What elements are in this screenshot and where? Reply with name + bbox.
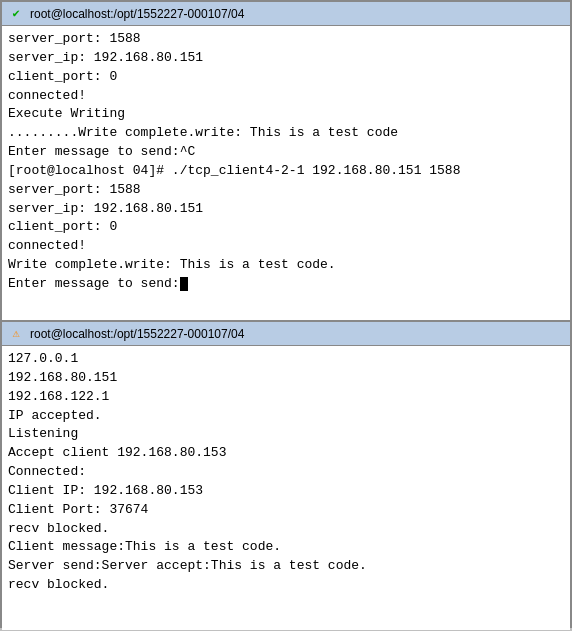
terminal-line: server_ip: 192.168.80.151 [8,200,564,219]
terminal-line: Connected: [8,463,564,482]
terminal-line: .........Write complete.write: This is a… [8,124,564,143]
check-icon: ✔ [8,6,24,22]
terminal-line: Client Port: 37674 [8,501,564,520]
terminal-line: client_port: 0 [8,218,564,237]
terminal-line: Write complete.write: This is a test cod… [8,256,564,275]
title-bar-top: ✔ root@localhost:/opt/1552227-000107/04 [2,2,570,26]
cursor [180,277,188,291]
terminal-body-bottom[interactable]: 127.0.0.1192.168.80.151192.168.122.1IP a… [2,346,570,630]
terminal-line: IP accepted. [8,407,564,426]
terminal-line: 192.168.122.1 [8,388,564,407]
terminal-line: connected! [8,87,564,106]
warning-icon: ⚠ [8,326,24,342]
title-bar-bottom: ⚠ root@localhost:/opt/1552227-000107/04 [2,322,570,346]
terminal-line: Execute Writing [8,105,564,124]
terminal-line: server_port: 1588 [8,181,564,200]
terminal-line: client_port: 0 [8,68,564,87]
terminal-line: recv blocked. [8,576,564,595]
title-text-bottom: root@localhost:/opt/1552227-000107/04 [30,327,244,341]
terminal-line: [root@localhost 04]# ./tcp_client4-2-1 1… [8,162,564,181]
terminal-line: Enter message to send:^C [8,143,564,162]
terminal-line: Server send:Server accept:This is a test… [8,557,564,576]
terminal-line: server_ip: 192.168.80.151 [8,49,564,68]
terminal-line: connected! [8,237,564,256]
terminal-line: Listening [8,425,564,444]
terminal-line: Enter message to send: [8,275,564,294]
terminal-line: recv blocked. [8,520,564,539]
terminal-line: 127.0.0.1 [8,350,564,369]
terminal-window-top: ✔ root@localhost:/opt/1552227-000107/04 … [0,0,572,320]
terminal-line: server_port: 1588 [8,30,564,49]
terminal-window-bottom: ⚠ root@localhost:/opt/1552227-000107/04 … [0,320,572,628]
terminal-line: 192.168.80.151 [8,369,564,388]
title-text-top: root@localhost:/opt/1552227-000107/04 [30,7,244,21]
terminal-line: Client message:This is a test code. [8,538,564,557]
terminal-line: Accept client 192.168.80.153 [8,444,564,463]
terminal-body-top[interactable]: server_port: 1588server_ip: 192.168.80.1… [2,26,570,322]
terminal-line: Client IP: 192.168.80.153 [8,482,564,501]
